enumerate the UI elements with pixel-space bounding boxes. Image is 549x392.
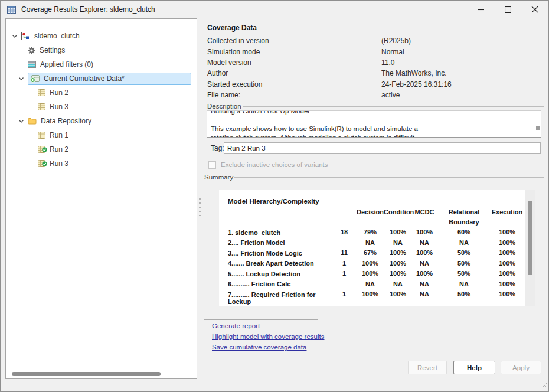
field-simulation-mode: Simulation mode Normal [207,48,538,57]
tree-item-data-repository[interactable]: Data Repository [6,114,197,128]
coverage-summary-table: Decision Condition MCDC Relational Bound… [228,207,523,306]
tag-input[interactable] [224,142,541,154]
field-label: Collected in version [207,37,269,45]
description-textarea[interactable]: Building a Clutch Lock-Up Model This exa… [207,110,541,138]
close-button[interactable] [521,1,548,18]
field-model-version: Model version 11.0 [207,58,538,68]
tree-item-settings[interactable]: Settings [6,43,197,57]
coverage-data-heading: Coverage Data [207,24,257,32]
window-resize-grip[interactable] [542,380,547,390]
exclude-variants-label: Exclude inactive choices of variants [221,161,328,168]
selected-tree-item[interactable]: Current Cumulative Data* [28,73,191,85]
tree-item-run-3[interactable]: Run 3 [6,100,197,114]
tree-item-label: Run 3 [50,159,68,168]
field-label: Author [207,69,228,77]
field-value: 11.0 [381,58,394,67]
summary-table-container: Model Hierarchy/Complexity Decision Cond… [219,190,535,306]
help-button[interactable]: Help [453,361,495,374]
field-label: Simulation mode [207,48,260,56]
chevron-down-icon[interactable] [11,34,18,38]
links-separator [204,319,318,320]
simulink-model-icon [21,32,30,40]
results-tree-panel: sldemo_clutch Settings Applied filters (… [5,18,197,379]
field-collected-in-version: Collected in version (R2025b) [207,37,538,46]
description-separator [243,106,544,107]
tree-item-run-2-checked[interactable]: Run 2 [6,142,197,156]
scrollbar-thumb[interactable] [528,201,532,275]
apply-button[interactable]: Apply [501,361,541,374]
panel-splitter-handle[interactable] [198,198,201,220]
field-value: The MathWorks, Inc. [381,69,446,77]
coverage-results-explorer-window: Coverage Results Explorer: sldemo_clutch… [0,0,549,392]
app-icon [7,5,16,16]
summary-table-viewport: Model Hierarchy/Complexity Decision Cond… [219,190,525,306]
tree-item-run-3-checked[interactable]: Run 3 [6,156,197,171]
summary-table-title: Model Hierarchy/Complexity [228,198,525,205]
summary-table-scrollbar[interactable] [525,190,535,306]
field-started-execution: Started execution 24-Feb-2025 16:31:16 [207,80,538,90]
summary-separator [234,177,544,178]
field-value: (R2025b) [381,37,411,45]
minimize-button[interactable] [467,1,494,18]
highlight-model-link[interactable]: Highlight model with coverage results [212,333,324,340]
summary-row: 6.......... Friction Calc NA NA NA NA 10… [228,279,523,290]
summary-row: 3.... Friction Mode Logic 11 67% 100% 10… [228,248,523,259]
field-value: Normal [381,48,404,56]
window-title: Coverage Results Explorer: sldemo_clutch [21,1,155,18]
summary-row: 5....... Lockup Detection 1 100% 100% 10… [228,269,523,279]
gear-icon [28,47,35,54]
run-table-checked-icon [38,146,45,153]
description-line: This example shows how to use Simulink(R… [211,125,541,133]
summary-row: 7.......... Required Friction for Lockup… [228,289,523,306]
description-text: Building a Clutch Lock-Up Model This exa… [207,110,541,138]
tree-item-label: Run 1 [50,131,68,139]
summary-label: Summary [204,174,233,181]
results-tree: sldemo_clutch Settings Applied filters (… [6,29,197,171]
tree-item-current-cumulative-data[interactable]: Current Cumulative Data* [6,71,197,86]
tree-item-label: sldemo_clutch [34,32,80,40]
run-table-icon [38,103,45,110]
filter-table-icon [28,61,36,68]
description-line [211,116,541,125]
chevron-down-icon[interactable] [18,119,25,123]
description-line: rotating clutch system. Although modelin… [211,133,541,138]
revert-button[interactable]: Revert [408,361,447,374]
tag-label: Tag: [211,144,224,152]
tree-item-applied-filters[interactable]: Applied filters (0) [6,57,197,71]
run-table-checked-icon [38,160,45,167]
summary-row: 2.... Friction Model NA NA NA NA 100% [228,238,523,249]
run-table-icon [38,132,45,139]
tree-item-run-2[interactable]: Run 2 [6,86,197,100]
save-cumulative-data-link[interactable]: Save cumulative coverage data [212,344,306,351]
tree-item-label: Run 2 [50,145,68,153]
tree-horizontal-scrollbar[interactable] [6,371,197,377]
summary-row: 4....... Break Apart Detection 1 100% 10… [228,259,523,269]
run-table-icon [38,89,45,96]
folder-icon [28,117,37,125]
summary-row: 8....... Lockup FSM 9 50% 100% NA NA 100… [228,306,523,306]
tree-item-label: Current Cumulative Data* [44,74,125,83]
description-scrollbar-thumb[interactable] [536,126,540,130]
field-label: File name: [207,91,240,99]
maximize-button[interactable] [494,1,521,18]
tree-item-label: Settings [40,46,65,54]
field-author: Author The MathWorks, Inc. [207,69,538,79]
summary-header-row: Decision Condition MCDC Relational Bound… [228,207,523,227]
field-label: Model version [207,58,251,67]
tree-item-label: Data Repository [41,117,92,125]
title-bar: Coverage Results Explorer: sldemo_clutch [1,1,548,18]
tree-item-run-1[interactable]: Run 1 [6,128,197,142]
tree-item-sldemo-clutch[interactable]: sldemo_clutch [6,29,197,43]
field-label: Started execution [207,80,262,89]
field-value: 24-Feb-2025 16:31:16 [381,80,452,89]
generate-report-link[interactable]: Generate report [212,322,260,329]
cumulative-data-icon [30,75,40,83]
field-value: active [381,91,400,99]
check-badge-icon [42,160,47,168]
scrollbar-thumb[interactable] [12,372,161,376]
check-badge-icon [42,146,47,154]
summary-row: 1. sldemo_clutch 18 79% 100% 100% 60% 10… [228,227,523,238]
tree-item-label: Run 2 [50,89,68,97]
chevron-down-icon[interactable] [18,77,25,81]
exclude-variants-checkbox[interactable] [208,161,216,169]
